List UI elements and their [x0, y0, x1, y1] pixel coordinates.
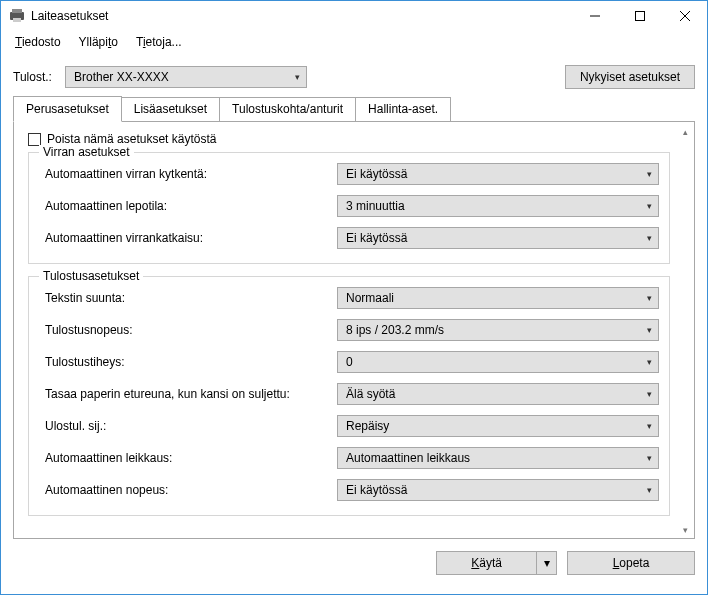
label-auto-power-off: Automaattinen virrankatkaisu:: [39, 231, 337, 245]
menu-about[interactable]: Tietoja...: [128, 33, 190, 51]
printer-select[interactable]: Brother XX-XXXX ▾: [65, 66, 307, 88]
disable-settings-row: Poista nämä asetukset käytöstä: [28, 132, 684, 146]
row-auto-power-on: Automaattinen virran kytkentä: Ei käytös…: [39, 163, 659, 185]
menu-file[interactable]: Tiedosto: [7, 33, 69, 51]
disable-settings-label: Poista nämä asetukset käytöstä: [47, 132, 216, 146]
disable-settings-checkbox[interactable]: [28, 133, 41, 146]
print-settings-legend: Tulostusasetukset: [39, 269, 143, 283]
select-auto-power-off[interactable]: Ei käytössä▾: [337, 227, 659, 249]
select-align-leading-edge[interactable]: Älä syötä▾: [337, 383, 659, 405]
printer-row: Tulost.: Brother XX-XXXX ▾ Nykyiset aset…: [1, 53, 707, 97]
chevron-down-icon: ▾: [647, 325, 652, 335]
chevron-down-icon: ▾: [647, 293, 652, 303]
row-auto-speed: Automaattinen nopeus: Ei käytössä▾: [39, 479, 659, 501]
tab-advanced[interactable]: Lisäasetukset: [122, 97, 220, 121]
label-auto-power-on: Automaattinen virran kytkentä:: [39, 167, 337, 181]
exit-button[interactable]: Lopeta: [567, 551, 695, 575]
apply-dropdown[interactable]: ▾: [537, 551, 557, 575]
chevron-down-icon: ▾: [647, 453, 652, 463]
svg-rect-4: [635, 12, 644, 21]
close-button[interactable]: [662, 1, 707, 31]
tab-basic[interactable]: Perusasetukset: [13, 96, 122, 122]
menu-maintenance[interactable]: Ylläpito: [71, 33, 126, 51]
label-exit-position: Ulostul. sij.:: [39, 419, 337, 433]
app-icon: [9, 8, 25, 24]
scroll-up-icon[interactable]: ▴: [678, 124, 692, 140]
label-auto-sleep: Automaattinen lepotila:: [39, 199, 337, 213]
tabstrip: Perusasetukset Lisäasetukset Tulostuskoh…: [13, 97, 695, 121]
svg-rect-2: [13, 18, 21, 22]
window-title: Laiteasetukset: [31, 9, 572, 23]
row-text-direction: Tekstin suunta: Normaali▾: [39, 287, 659, 309]
row-auto-cut: Automaattinen leikkaus: Automaattinen le…: [39, 447, 659, 469]
chevron-down-icon: ▾: [647, 421, 652, 431]
window-buttons: [572, 1, 707, 31]
select-auto-sleep[interactable]: 3 minuuttia▾: [337, 195, 659, 217]
printer-select-value: Brother XX-XXXX: [74, 70, 169, 84]
row-exit-position: Ulostul. sij.: Repäisy▾: [39, 415, 659, 437]
maximize-button[interactable]: [617, 1, 662, 31]
row-auto-power-off: Automaattinen virrankatkaisu: Ei käytöss…: [39, 227, 659, 249]
row-align-leading-edge: Tasaa paperin etureuna, kun kansi on sul…: [39, 383, 659, 405]
titlebar: Laiteasetukset: [1, 1, 707, 31]
power-settings-group: Virran asetukset Automaattinen virran ky…: [28, 152, 670, 264]
chevron-down-icon: ▾: [647, 201, 652, 211]
current-settings-button[interactable]: Nykyiset asetukset: [565, 65, 695, 89]
chevron-down-icon: ▾: [647, 357, 652, 367]
label-align-leading-edge: Tasaa paperin etureuna, kun kansi on sul…: [39, 387, 337, 401]
select-print-density[interactable]: 0▾: [337, 351, 659, 373]
apply-button[interactable]: Käytä: [436, 551, 537, 575]
select-auto-speed[interactable]: Ei käytössä▾: [337, 479, 659, 501]
select-auto-power-on[interactable]: Ei käytössä▾: [337, 163, 659, 185]
app-window: Laiteasetukset Tiedosto Ylläpito Tietoja…: [0, 0, 708, 595]
select-exit-position[interactable]: Repäisy▾: [337, 415, 659, 437]
print-settings-group: Tulostusasetukset Tekstin suunta: Normaa…: [28, 276, 670, 516]
label-print-speed: Tulostusnopeus:: [39, 323, 337, 337]
tab-management[interactable]: Hallinta-aset.: [356, 97, 451, 121]
row-auto-sleep: Automaattinen lepotila: 3 minuuttia▾: [39, 195, 659, 217]
select-text-direction[interactable]: Normaali▾: [337, 287, 659, 309]
scroll-down-icon[interactable]: ▾: [678, 522, 692, 538]
tab-sensors[interactable]: Tulostuskohta/anturit: [220, 97, 356, 121]
menubar: Tiedosto Ylläpito Tietoja...: [1, 31, 707, 53]
chevron-down-icon: ▾: [647, 485, 652, 495]
chevron-down-icon: ▾: [544, 556, 550, 570]
minimize-button[interactable]: [572, 1, 617, 31]
svg-rect-1: [12, 9, 22, 13]
chevron-down-icon: ▾: [647, 389, 652, 399]
panel-scrollbar[interactable]: ▴ ▾: [678, 124, 692, 538]
chevron-down-icon: ▾: [647, 169, 652, 179]
apply-split-button: Käytä ▾: [436, 551, 557, 575]
label-auto-speed: Automaattinen nopeus:: [39, 483, 337, 497]
chevron-down-icon: ▾: [647, 233, 652, 243]
select-print-speed[interactable]: 8 ips / 203.2 mm/s▾: [337, 319, 659, 341]
printer-label: Tulost.:: [13, 70, 65, 84]
chevron-down-icon: ▾: [295, 72, 300, 82]
tabpanel-basic: Poista nämä asetukset käytöstä Virran as…: [13, 121, 695, 539]
power-settings-legend: Virran asetukset: [39, 145, 134, 159]
label-auto-cut: Automaattinen leikkaus:: [39, 451, 337, 465]
bottom-bar: Käytä ▾ Lopeta: [1, 539, 707, 587]
tabs: Perusasetukset Lisäasetukset Tulostuskoh…: [1, 97, 707, 539]
select-auto-cut[interactable]: Automaattinen leikkaus▾: [337, 447, 659, 469]
row-print-density: Tulostustiheys: 0▾: [39, 351, 659, 373]
label-text-direction: Tekstin suunta:: [39, 291, 337, 305]
label-print-density: Tulostustiheys:: [39, 355, 337, 369]
row-print-speed: Tulostusnopeus: 8 ips / 203.2 mm/s▾: [39, 319, 659, 341]
